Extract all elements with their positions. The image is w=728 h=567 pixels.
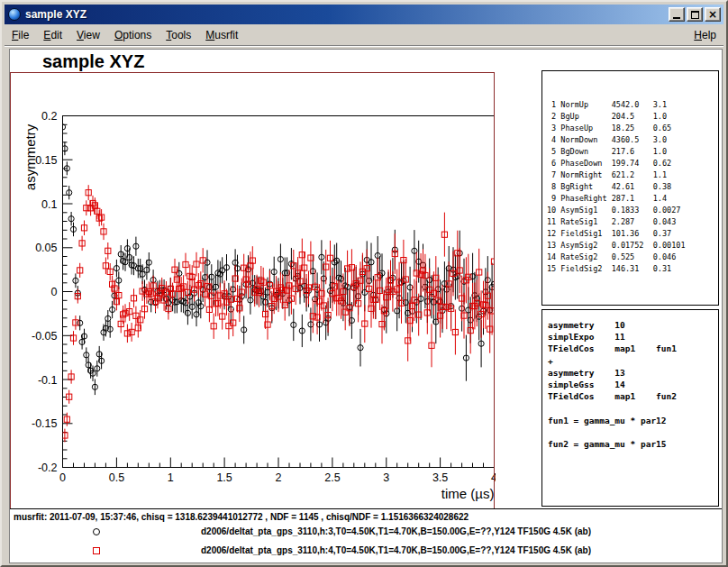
svg-text:1: 1 [168, 471, 174, 484]
param-row: 12 FieldSig1 101.36 0.37 [547, 228, 718, 240]
param-row: 11 RateSig1 2.287 0.043 [547, 216, 718, 228]
param-row: 1 NormUp 4542.0 3.1 [547, 99, 718, 111]
param-row: 7 NormRight 621.2 1.1 [547, 169, 718, 181]
minimize-button[interactable] [669, 7, 685, 22]
param-row: 14 RateSig2 0.525 0.046 [547, 251, 718, 263]
app-icon[interactable] [8, 8, 21, 21]
info-pane: musrfit: 2011-07-09, 15:37:46, chisq = 1… [10, 508, 722, 562]
svg-text:1.5: 1.5 [216, 471, 232, 484]
menu-file[interactable]: File [5, 26, 36, 44]
minimize-icon [673, 17, 680, 19]
legend-item: d2006/deltat_pta_gps_3110,h:4,T0=4.50K,T… [10, 544, 722, 559]
svg-text:0: 0 [59, 471, 66, 484]
svg-text:-0.2: -0.2 [38, 462, 58, 474]
root-canvas: 00.511.522.533.540.20.150.10.050-0.05-0.… [9, 49, 723, 563]
window-title: sample XYZ [25, 8, 669, 21]
svg-text:time (µs): time (µs) [441, 486, 495, 501]
param-row: 3 PhaseUp 18.25 0.65 [547, 123, 718, 134]
circle-marker-icon [93, 528, 100, 535]
asymmetry-plot[interactable]: 00.511.522.533.540.20.150.10.050-0.05-0.… [10, 50, 496, 509]
plot-title: sample XYZ [42, 51, 144, 72]
svg-text:0.2: 0.2 [41, 110, 57, 123]
svg-text:0.05: 0.05 [35, 242, 57, 254]
app-window: sample XYZ × FileEditViewOptionsToolsMus… [0, 0, 728, 567]
theory-pane: asymmetry 10 simplExpo 11 TFieldCos map1… [541, 309, 719, 507]
param-row: 15 FieldSig2 146.31 0.31 [547, 263, 718, 275]
param-row: 9 PhaseRight 287.1 1.4 [547, 193, 718, 205]
menu-help[interactable]: Help [687, 26, 723, 44]
param-row: 5 BgDown 217.6 1.0 [547, 146, 718, 158]
legend-item: d2006/deltat_pta_gps_3110,h:3,T0=4.50K,T… [10, 526, 722, 540]
legend-label: d2006/deltat_pta_gps_3110,h:3,T0=4.50K,T… [201, 526, 591, 536]
param-row: 13 AsymSig2 0.01752 0.00101 [547, 240, 718, 251]
parameter-list: 1 NormUp 4542.0 3.1 2 BgUp 204.5 1.0 3 P… [547, 99, 718, 275]
close-button[interactable]: × [705, 7, 721, 22]
menu-view[interactable]: View [69, 26, 107, 44]
fit-info: musrfit: 2011-07-09, 15:37:46, chisq = 1… [14, 512, 469, 522]
close-icon: × [708, 9, 717, 20]
menu-separator [5, 45, 723, 47]
svg-text:-0.1: -0.1 [38, 374, 58, 387]
theory-text: asymmetry 10 simplExpo 11 TFieldCos map1… [548, 319, 718, 450]
svg-text:2: 2 [276, 471, 282, 484]
svg-text:0.15: 0.15 [35, 154, 57, 167]
param-row: 6 PhaseDown 199.74 0.62 [547, 158, 718, 169]
title-bar[interactable]: sample XYZ × [5, 5, 723, 24]
maximize-button[interactable] [687, 7, 703, 22]
svg-text:3: 3 [383, 471, 389, 484]
svg-text:4: 4 [491, 471, 496, 484]
param-row: 8 BgRight 42.61 0.38 [547, 181, 718, 193]
svg-text:0.5: 0.5 [109, 471, 124, 484]
menu-bar: FileEditViewOptionsToolsMusrfitHelp [5, 25, 723, 45]
svg-text:-0.15: -0.15 [32, 417, 58, 430]
svg-text:2.5: 2.5 [324, 471, 340, 484]
svg-text:0: 0 [51, 286, 58, 298]
param-row: 2 BgUp 204.5 1.0 [547, 111, 718, 123]
legend-label: d2006/deltat_pta_gps_3110,h:4,T0=4.50K,T… [201, 545, 591, 555]
square-marker-icon [93, 547, 100, 554]
svg-text:asymmetry: asymmetry [23, 123, 38, 190]
parameter-pane: 1 NormUp 4542.0 3.1 2 BgUp 204.5 1.0 3 P… [541, 70, 719, 306]
maximize-icon [691, 11, 699, 19]
menu-tools[interactable]: Tools [159, 26, 198, 44]
svg-text:-0.05: -0.05 [32, 330, 58, 343]
menu-musrfit[interactable]: Musrfit [198, 26, 245, 44]
menu-edit[interactable]: Edit [36, 26, 69, 44]
param-row: 4 NormDown 4360.5 3.0 [547, 134, 718, 146]
svg-text:0.1: 0.1 [41, 198, 57, 211]
menu-options[interactable]: Options [107, 26, 159, 44]
svg-text:3.5: 3.5 [432, 471, 448, 484]
window-controls: × [669, 7, 721, 22]
param-row: 10 AsymSig1 0.1833 0.0027 [547, 205, 718, 216]
